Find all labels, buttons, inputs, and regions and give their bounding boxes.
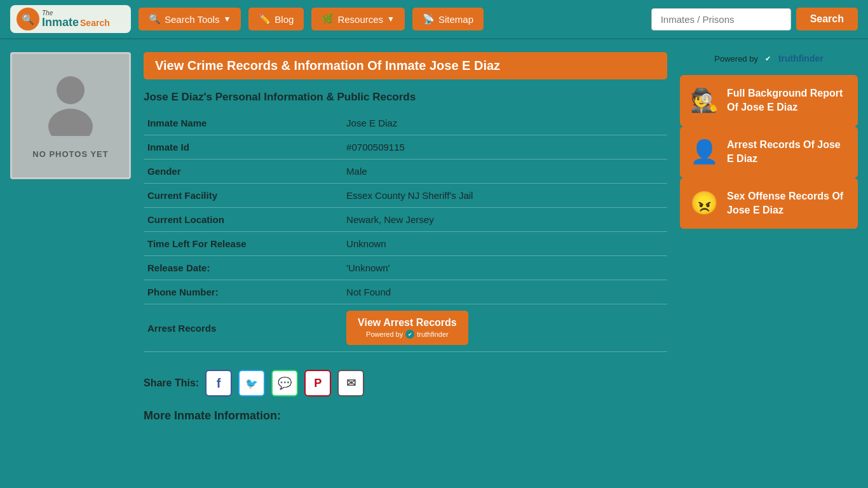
logo-inmate: Inmate [42,17,79,29]
search-button[interactable]: Search [796,8,858,30]
powered-by-bar: Powered by ✔ truthfinder [680,52,858,65]
field-label: Current Facility [144,184,342,208]
search-tools-button[interactable]: 🔍 Search Tools ▼ [139,8,241,30]
facebook-share-button[interactable]: f [205,370,232,396]
email-share-button[interactable]: ✉ [337,370,364,396]
table-row: Phone Number:Not Found [144,280,667,304]
field-label: Time Left For Release [144,232,342,256]
field-label: Arrest Records [144,304,342,352]
pinterest-icon: P [314,377,322,390]
blog-button[interactable]: ✏️ Blog [248,8,304,30]
person-silhouette-icon [42,72,99,144]
sidebar-card-full-background[interactable]: 🕵 Full Background Report Of Jose E Diaz [680,75,858,126]
header: 🔍 The Inmate Search 🔍 Search Tools ▼ ✏️ … [0,0,868,39]
truthfinder-brand: truthfinder [778,53,824,64]
full-background-text: Full Background Report Of Jose E Diaz [727,86,848,115]
table-row: Time Left For ReleaseUnknown [144,232,667,256]
sidebar-card-arrest-records[interactable]: 👤 Arrest Records Of Jose E Diaz [680,126,858,178]
field-value: View Arrest Records Powered by ✔ truthfi… [342,304,667,352]
logo-text: The Inmate Search [42,10,110,29]
arrest-records-text: Arrest Records Of Jose E Diaz [727,138,848,166]
share-label: Share This: [144,377,199,389]
field-value: Not Found [342,280,667,304]
header-search-area: Search [651,8,858,30]
center-content: View Crime Records & Information Of Inma… [144,52,667,423]
table-row: Current LocationNewark, New Jersey [144,208,667,232]
field-value: #0700509115 [342,135,667,159]
chevron-down-icon: ▼ [223,15,231,24]
field-label: Current Location [144,208,342,232]
field-value: 'Unknown' [342,256,667,280]
twitter-share-button[interactable]: 🐦 [238,370,265,396]
svg-point-1 [48,109,93,136]
resources-icon: 🌿 [322,13,334,25]
arrest-records-icon: 👤 [690,139,718,165]
search-icon: 🔍 [149,13,161,25]
info-table: Inmate NameJose E DiazInmate Id#07005091… [144,111,667,352]
no-photos-label: NO PHOTOS YET [32,149,108,159]
sex-offense-icon: 😠 [690,190,718,217]
search-tools-label: Search Tools [165,14,219,25]
sitemap-button[interactable]: 📡 Sitemap [412,8,484,30]
twitter-icon: 🐦 [245,377,258,390]
view-arrest-records-button[interactable]: View Arrest Records Powered by ✔ truthfi… [346,311,468,345]
blog-label: Blog [275,14,294,25]
sitemap-label: Sitemap [438,14,473,25]
table-row: GenderMale [144,159,667,184]
field-value: Newark, New Jersey [342,208,667,232]
logo-search: Search [80,18,110,28]
field-value: Jose E Diaz [342,111,667,135]
pinterest-share-button[interactable]: P [304,370,331,396]
field-value: Essex County NJ Sheriff's Jail [342,184,667,208]
table-row: Inmate Id#0700509115 [144,135,667,159]
resources-button[interactable]: 🌿 Resources ▼ [311,8,405,30]
facebook-icon: f [217,376,221,391]
search-input[interactable] [651,8,791,30]
field-value: Unknown [342,232,667,256]
field-label: Gender [144,159,342,184]
sitemap-icon: 📡 [423,13,435,25]
resources-label: Resources [337,14,383,25]
full-background-icon: 🕵 [690,87,718,114]
blog-icon: ✏️ [259,13,271,25]
main-content: NO PHOTOS YET View Crime Records & Infor… [0,39,868,435]
sidebar-card-sex-offense[interactable]: 😠 Sex Offense Records Of Jose E Diaz [680,178,858,229]
whatsapp-share-button[interactable]: 💬 [271,370,298,396]
tf-icon-small: ✔ [405,330,414,339]
field-label: Inmate Name [144,111,342,135]
logo-the: The [42,10,110,17]
tf-name-small: truthfinder [417,330,449,338]
inmate-photo: NO PHOTOS YET [10,52,131,179]
table-row: Arrest RecordsView Arrest Records Powere… [144,304,667,352]
sidebar-cards: 🕵 Full Background Report Of Jose E Diaz … [680,75,858,229]
powered-by-label: Powered by [714,54,758,64]
email-icon: ✉ [346,376,356,390]
personal-info-heading: Jose E Diaz's Personal Information & Pub… [144,91,667,104]
record-title: View Crime Records & Information Of Inma… [144,52,667,79]
whatsapp-icon: 💬 [278,376,292,390]
chevron-down-icon2: ▼ [387,15,395,24]
field-label: Inmate Id [144,135,342,159]
field-label: Release Date: [144,256,342,280]
svg-point-0 [57,76,85,104]
table-row: Release Date:'Unknown' [144,256,667,280]
share-section: Share This: f 🐦 💬 P ✉ [144,370,667,396]
field-label: Phone Number: [144,280,342,304]
logo-icon: 🔍 [17,8,39,30]
more-info-heading: More Inmate Information: [144,409,667,423]
field-value: Male [342,159,667,184]
table-row: Current FacilityEssex County NJ Sheriff'… [144,184,667,208]
right-sidebar: Powered by ✔ truthfinder 🕵 Full Backgrou… [680,52,858,423]
view-arrest-label: View Arrest Records [358,317,457,329]
logo: 🔍 The Inmate Search [10,5,131,33]
table-row: Inmate NameJose E Diaz [144,111,667,135]
sex-offense-text: Sex Offense Records Of Jose E Diaz [727,189,848,218]
powered-by-arrest: Powered by ✔ truthfinder [366,330,449,339]
truthfinder-icon: ✔ [762,52,775,65]
